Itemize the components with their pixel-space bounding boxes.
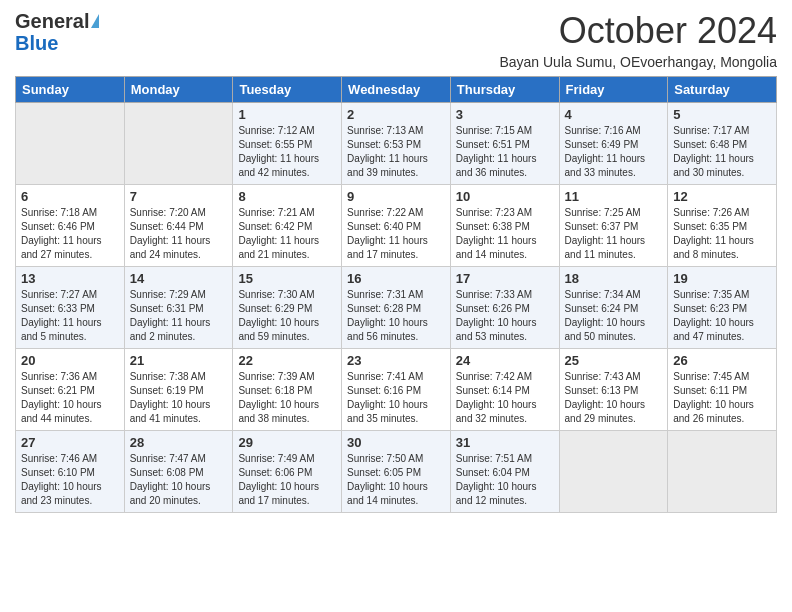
day-info: Sunrise: 7:45 AMSunset: 6:11 PMDaylight:…	[673, 370, 771, 426]
day-number: 15	[238, 271, 336, 286]
calendar-day-cell: 21Sunrise: 7:38 AMSunset: 6:19 PMDayligh…	[124, 349, 233, 431]
calendar-day-cell	[124, 103, 233, 185]
calendar-day-cell	[16, 103, 125, 185]
day-info: Sunrise: 7:34 AMSunset: 6:24 PMDaylight:…	[565, 288, 663, 344]
location-subtitle: Bayan Uula Sumu, OEvoerhangay, Mongolia	[499, 54, 777, 70]
day-number: 14	[130, 271, 228, 286]
calendar-day-cell: 15Sunrise: 7:30 AMSunset: 6:29 PMDayligh…	[233, 267, 342, 349]
calendar-day-cell: 4Sunrise: 7:16 AMSunset: 6:49 PMDaylight…	[559, 103, 668, 185]
calendar-day-cell: 9Sunrise: 7:22 AMSunset: 6:40 PMDaylight…	[342, 185, 451, 267]
calendar-day-cell: 26Sunrise: 7:45 AMSunset: 6:11 PMDayligh…	[668, 349, 777, 431]
calendar-day-cell: 6Sunrise: 7:18 AMSunset: 6:46 PMDaylight…	[16, 185, 125, 267]
column-header-monday: Monday	[124, 77, 233, 103]
calendar-day-cell: 29Sunrise: 7:49 AMSunset: 6:06 PMDayligh…	[233, 431, 342, 513]
calendar-week-row: 6Sunrise: 7:18 AMSunset: 6:46 PMDaylight…	[16, 185, 777, 267]
day-info: Sunrise: 7:15 AMSunset: 6:51 PMDaylight:…	[456, 124, 554, 180]
day-number: 23	[347, 353, 445, 368]
day-info: Sunrise: 7:35 AMSunset: 6:23 PMDaylight:…	[673, 288, 771, 344]
day-info: Sunrise: 7:23 AMSunset: 6:38 PMDaylight:…	[456, 206, 554, 262]
calendar-day-cell: 5Sunrise: 7:17 AMSunset: 6:48 PMDaylight…	[668, 103, 777, 185]
calendar-day-cell: 2Sunrise: 7:13 AMSunset: 6:53 PMDaylight…	[342, 103, 451, 185]
calendar-day-cell: 19Sunrise: 7:35 AMSunset: 6:23 PMDayligh…	[668, 267, 777, 349]
calendar-day-cell: 14Sunrise: 7:29 AMSunset: 6:31 PMDayligh…	[124, 267, 233, 349]
calendar-week-row: 1Sunrise: 7:12 AMSunset: 6:55 PMDaylight…	[16, 103, 777, 185]
calendar-week-row: 13Sunrise: 7:27 AMSunset: 6:33 PMDayligh…	[16, 267, 777, 349]
calendar-day-cell: 8Sunrise: 7:21 AMSunset: 6:42 PMDaylight…	[233, 185, 342, 267]
day-number: 10	[456, 189, 554, 204]
day-info: Sunrise: 7:25 AMSunset: 6:37 PMDaylight:…	[565, 206, 663, 262]
day-info: Sunrise: 7:50 AMSunset: 6:05 PMDaylight:…	[347, 452, 445, 508]
calendar-day-cell: 31Sunrise: 7:51 AMSunset: 6:04 PMDayligh…	[450, 431, 559, 513]
day-number: 22	[238, 353, 336, 368]
column-header-saturday: Saturday	[668, 77, 777, 103]
day-info: Sunrise: 7:49 AMSunset: 6:06 PMDaylight:…	[238, 452, 336, 508]
day-info: Sunrise: 7:21 AMSunset: 6:42 PMDaylight:…	[238, 206, 336, 262]
calendar-day-cell: 27Sunrise: 7:46 AMSunset: 6:10 PMDayligh…	[16, 431, 125, 513]
logo-blue-text: Blue	[15, 32, 58, 54]
logo: General Blue	[15, 10, 99, 54]
day-number: 19	[673, 271, 771, 286]
day-info: Sunrise: 7:18 AMSunset: 6:46 PMDaylight:…	[21, 206, 119, 262]
title-block: October 2024 Bayan Uula Sumu, OEvoerhang…	[499, 10, 777, 70]
day-number: 21	[130, 353, 228, 368]
calendar-day-cell: 11Sunrise: 7:25 AMSunset: 6:37 PMDayligh…	[559, 185, 668, 267]
day-info: Sunrise: 7:31 AMSunset: 6:28 PMDaylight:…	[347, 288, 445, 344]
calendar-day-cell: 24Sunrise: 7:42 AMSunset: 6:14 PMDayligh…	[450, 349, 559, 431]
day-number: 17	[456, 271, 554, 286]
calendar-day-cell: 10Sunrise: 7:23 AMSunset: 6:38 PMDayligh…	[450, 185, 559, 267]
day-number: 20	[21, 353, 119, 368]
logo-general-text: General	[15, 10, 89, 32]
calendar-day-cell	[668, 431, 777, 513]
day-number: 4	[565, 107, 663, 122]
day-info: Sunrise: 7:46 AMSunset: 6:10 PMDaylight:…	[21, 452, 119, 508]
month-title: October 2024	[499, 10, 777, 52]
calendar-day-cell: 20Sunrise: 7:36 AMSunset: 6:21 PMDayligh…	[16, 349, 125, 431]
calendar-day-cell	[559, 431, 668, 513]
calendar-day-cell: 22Sunrise: 7:39 AMSunset: 6:18 PMDayligh…	[233, 349, 342, 431]
column-header-thursday: Thursday	[450, 77, 559, 103]
column-header-sunday: Sunday	[16, 77, 125, 103]
calendar-day-cell: 30Sunrise: 7:50 AMSunset: 6:05 PMDayligh…	[342, 431, 451, 513]
calendar-day-cell: 7Sunrise: 7:20 AMSunset: 6:44 PMDaylight…	[124, 185, 233, 267]
column-header-wednesday: Wednesday	[342, 77, 451, 103]
day-info: Sunrise: 7:36 AMSunset: 6:21 PMDaylight:…	[21, 370, 119, 426]
day-info: Sunrise: 7:41 AMSunset: 6:16 PMDaylight:…	[347, 370, 445, 426]
column-header-tuesday: Tuesday	[233, 77, 342, 103]
calendar-day-cell: 17Sunrise: 7:33 AMSunset: 6:26 PMDayligh…	[450, 267, 559, 349]
calendar-day-cell: 12Sunrise: 7:26 AMSunset: 6:35 PMDayligh…	[668, 185, 777, 267]
day-number: 31	[456, 435, 554, 450]
calendar-day-cell: 13Sunrise: 7:27 AMSunset: 6:33 PMDayligh…	[16, 267, 125, 349]
day-info: Sunrise: 7:43 AMSunset: 6:13 PMDaylight:…	[565, 370, 663, 426]
day-info: Sunrise: 7:33 AMSunset: 6:26 PMDaylight:…	[456, 288, 554, 344]
calendar-week-row: 20Sunrise: 7:36 AMSunset: 6:21 PMDayligh…	[16, 349, 777, 431]
day-number: 13	[21, 271, 119, 286]
day-number: 25	[565, 353, 663, 368]
day-info: Sunrise: 7:20 AMSunset: 6:44 PMDaylight:…	[130, 206, 228, 262]
day-number: 8	[238, 189, 336, 204]
day-number: 12	[673, 189, 771, 204]
day-info: Sunrise: 7:16 AMSunset: 6:49 PMDaylight:…	[565, 124, 663, 180]
day-number: 2	[347, 107, 445, 122]
calendar-day-cell: 25Sunrise: 7:43 AMSunset: 6:13 PMDayligh…	[559, 349, 668, 431]
day-info: Sunrise: 7:26 AMSunset: 6:35 PMDaylight:…	[673, 206, 771, 262]
day-info: Sunrise: 7:22 AMSunset: 6:40 PMDaylight:…	[347, 206, 445, 262]
calendar-day-cell: 1Sunrise: 7:12 AMSunset: 6:55 PMDaylight…	[233, 103, 342, 185]
day-number: 5	[673, 107, 771, 122]
day-info: Sunrise: 7:12 AMSunset: 6:55 PMDaylight:…	[238, 124, 336, 180]
day-info: Sunrise: 7:27 AMSunset: 6:33 PMDaylight:…	[21, 288, 119, 344]
day-info: Sunrise: 7:30 AMSunset: 6:29 PMDaylight:…	[238, 288, 336, 344]
calendar-day-cell: 28Sunrise: 7:47 AMSunset: 6:08 PMDayligh…	[124, 431, 233, 513]
day-number: 18	[565, 271, 663, 286]
calendar-day-cell: 16Sunrise: 7:31 AMSunset: 6:28 PMDayligh…	[342, 267, 451, 349]
day-number: 28	[130, 435, 228, 450]
day-number: 11	[565, 189, 663, 204]
logo-triangle-icon	[91, 14, 99, 28]
day-number: 16	[347, 271, 445, 286]
day-number: 30	[347, 435, 445, 450]
day-number: 9	[347, 189, 445, 204]
day-info: Sunrise: 7:47 AMSunset: 6:08 PMDaylight:…	[130, 452, 228, 508]
calendar-day-cell: 23Sunrise: 7:41 AMSunset: 6:16 PMDayligh…	[342, 349, 451, 431]
calendar-table: SundayMondayTuesdayWednesdayThursdayFrid…	[15, 76, 777, 513]
page-header: General Blue October 2024 Bayan Uula Sum…	[15, 10, 777, 70]
day-number: 29	[238, 435, 336, 450]
